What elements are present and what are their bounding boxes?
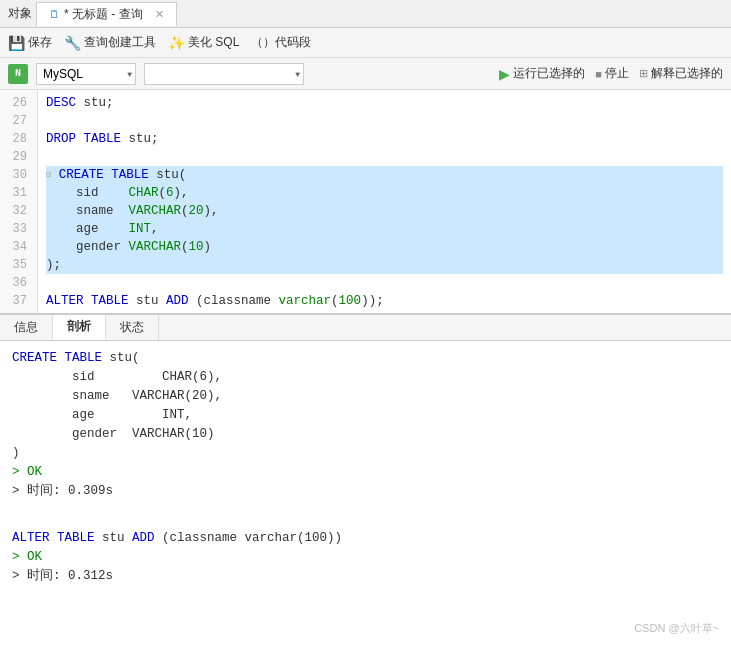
token: ALTER — [46, 292, 91, 310]
watermark: CSDN @六叶草~ — [634, 621, 719, 636]
line-number: 31 — [0, 184, 31, 202]
output-line: sid CHAR(6), — [12, 368, 719, 387]
code-content[interactable]: DESC stu;DROP TABLE stu;⊟ CREATE TABLE s… — [38, 90, 731, 313]
line-number: 26 — [0, 94, 31, 112]
code-line: sname VARCHAR(20), — [46, 202, 723, 220]
code-snippet-button[interactable]: （）代码段 — [251, 34, 311, 51]
schema-select-wrapper[interactable] — [144, 63, 304, 85]
schema-select[interactable] — [144, 63, 304, 85]
code-line: sid CHAR(6), — [46, 184, 723, 202]
output-line: sname VARCHAR(20), — [12, 387, 719, 406]
object-label: 对象 — [8, 5, 32, 22]
token: INT — [129, 220, 152, 238]
token: TABLE — [91, 292, 136, 310]
output-line: ALTER TABLE stu ADD (classname varchar(1… — [12, 529, 719, 548]
run-selected-button[interactable]: ▶ 运行已选择的 — [499, 65, 585, 82]
stop-button[interactable]: ■ 停止 — [595, 65, 629, 82]
beautify-icon: ✨ — [168, 35, 185, 51]
output-line — [12, 515, 719, 529]
line-numbers: 262728293031323334353637 — [0, 90, 38, 313]
token: TABLE — [84, 130, 129, 148]
code-line: DESC stu; — [46, 94, 723, 112]
query-builder-button[interactable]: 🔧 查询创建工具 — [64, 34, 156, 51]
line-number: 28 — [0, 130, 31, 148]
line-number: 29 — [0, 148, 31, 166]
tab-close-icon[interactable]: ✕ — [155, 8, 164, 21]
token: 100 — [339, 292, 362, 310]
connection-bar: N MySQL ▶ 运行已选择的 ■ 停止 ⊞ 解释已选择的 — [0, 58, 731, 90]
output-line: ) — [12, 444, 719, 463]
save-label: 保存 — [28, 34, 52, 51]
token: stu; — [84, 94, 114, 112]
token: sid — [46, 184, 129, 202]
stop-icon: ■ — [595, 68, 602, 80]
code-line — [46, 112, 723, 130]
run-area: ▶ 运行已选择的 ■ 停止 ⊞ 解释已选择的 — [499, 65, 723, 82]
tab-状态[interactable]: 状态 — [106, 315, 159, 340]
tab-信息[interactable]: 信息 — [0, 315, 53, 340]
token: CHAR — [129, 184, 159, 202]
token: DESC — [46, 94, 84, 112]
token: age — [46, 220, 129, 238]
token: 20 — [189, 202, 204, 220]
token: ADD — [166, 292, 196, 310]
tab-剖析[interactable]: 剖析 — [53, 315, 106, 340]
line-number: 27 — [0, 112, 31, 130]
play-icon: ▶ — [499, 66, 510, 82]
fold-icon[interactable]: ⊟ — [46, 166, 57, 184]
token: ( — [181, 238, 189, 256]
token: stu — [136, 292, 166, 310]
output-line: age INT, — [12, 406, 719, 425]
db-select-wrapper[interactable]: MySQL — [36, 63, 136, 85]
output-line: CREATE TABLE stu( — [12, 349, 719, 368]
code-line: gender VARCHAR(10) — [46, 238, 723, 256]
save-button[interactable]: 💾 保存 — [8, 34, 52, 51]
token: ), — [174, 184, 189, 202]
token: TABLE — [111, 166, 156, 184]
token: , — [151, 220, 159, 238]
code-line — [46, 274, 723, 292]
code-line: ALTER TABLE stu ADD (classname varchar(1… — [46, 292, 723, 310]
explain-button[interactable]: ⊞ 解释已选择的 — [639, 65, 723, 82]
title-bar-left: 对象 — [8, 5, 32, 22]
line-number: 33 — [0, 220, 31, 238]
save-icon: 💾 — [8, 35, 25, 51]
code-line: ); — [46, 256, 723, 274]
token: stu; — [129, 130, 159, 148]
code-line: age INT, — [46, 220, 723, 238]
token: 10 — [189, 238, 204, 256]
tabs-bar: 信息剖析状态 — [0, 315, 731, 341]
token: (classname — [196, 292, 279, 310]
run-selected-label: 运行已选择的 — [513, 65, 585, 82]
output-line — [12, 501, 719, 515]
query-tab[interactable]: 🗒 * 无标题 - 查询 ✕ — [36, 2, 177, 26]
code-snippet-label: （）代码段 — [251, 34, 311, 51]
bottom-panel: 信息剖析状态 CREATE TABLE stu( sid CHAR(6), sn… — [0, 315, 731, 646]
db-type-select[interactable]: MySQL — [36, 63, 136, 85]
code-line: ⊟ CREATE TABLE stu( — [46, 166, 723, 184]
output-line: > 时间: 0.309s — [12, 482, 719, 501]
code-line: DROP TABLE stu; — [46, 130, 723, 148]
token: ( — [181, 202, 189, 220]
token: ); — [46, 256, 61, 274]
explain-label: 解释已选择的 — [651, 65, 723, 82]
tab-label: * 无标题 - 查询 — [64, 6, 143, 23]
token: stu( — [156, 166, 186, 184]
token: gender — [46, 238, 129, 256]
token: sname — [46, 202, 129, 220]
title-bar: 对象 🗒 * 无标题 - 查询 ✕ — [0, 0, 731, 28]
query-builder-label: 查询创建工具 — [84, 34, 156, 51]
output-area: CREATE TABLE stu( sid CHAR(6), sname VAR… — [0, 341, 731, 646]
query-builder-icon: 🔧 — [64, 35, 81, 51]
line-number: 30 — [0, 166, 31, 184]
beautify-sql-button[interactable]: ✨ 美化 SQL — [168, 34, 239, 51]
toolbar: 💾 保存 🔧 查询创建工具 ✨ 美化 SQL （）代码段 — [0, 28, 731, 58]
tab-icon: 🗒 — [49, 8, 60, 20]
token: )); — [361, 292, 384, 310]
token: DROP — [46, 130, 84, 148]
editor-area[interactable]: 262728293031323334353637 DESC stu;DROP T… — [0, 90, 731, 315]
token: ( — [159, 184, 167, 202]
beautify-label: 美化 SQL — [188, 34, 239, 51]
output-line: > OK — [12, 548, 719, 567]
token: VARCHAR — [129, 202, 182, 220]
